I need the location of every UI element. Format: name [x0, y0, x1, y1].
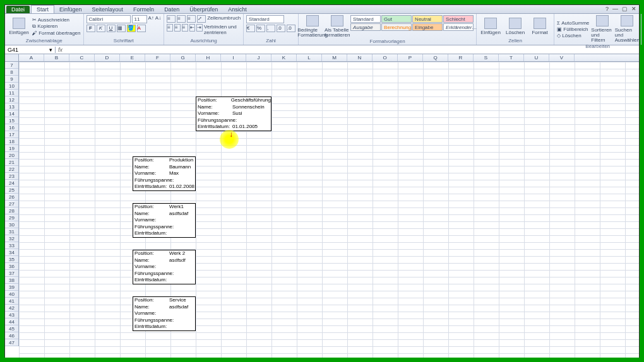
close-icon[interactable]: ✕: [631, 6, 636, 12]
row-header[interactable]: 28: [5, 207, 18, 214]
col-header-J[interactable]: J: [246, 54, 271, 61]
increase-font-icon[interactable]: A↑: [148, 15, 154, 23]
col-header-N[interactable]: N: [347, 54, 373, 61]
row-header[interactable]: 7: [5, 62, 18, 69]
font-size-select[interactable]: 11: [132, 15, 147, 23]
font-color-button[interactable]: A: [137, 25, 146, 32]
row-header[interactable]: 41: [5, 298, 18, 305]
col-header-H[interactable]: H: [196, 54, 221, 61]
format-cells-button[interactable]: Format: [528, 15, 551, 37]
style-erklaerend[interactable]: Erklärender…: [443, 23, 474, 31]
row-header[interactable]: 34: [5, 249, 18, 256]
align-middle-button[interactable]: ≡: [177, 15, 186, 23]
col-header-K[interactable]: K: [271, 54, 297, 61]
row-header[interactable]: 31: [5, 228, 18, 235]
tab-view[interactable]: Ansicht: [223, 6, 252, 13]
row-header[interactable]: 14: [5, 110, 18, 117]
style-neutral[interactable]: Neutral: [412, 15, 443, 23]
col-header-P[interactable]: P: [398, 54, 423, 61]
thousands-button[interactable]: ,: [266, 25, 275, 32]
format-painter-button[interactable]: 🖌 Format übertragen: [32, 30, 81, 36]
org-box-2[interactable]: Position:Werk1Name:asdfsdafVorname:Führu…: [133, 203, 196, 238]
maximize-icon[interactable]: ▢: [622, 6, 628, 12]
tab-data[interactable]: Daten: [159, 6, 184, 13]
col-header-V[interactable]: V: [549, 54, 575, 61]
row-header[interactable]: 42: [5, 305, 18, 312]
style-schlecht[interactable]: Schlecht: [443, 15, 474, 23]
merge-button[interactable]: Verbinden und zentrieren: [204, 24, 241, 35]
tab-formulas[interactable]: Formeln: [128, 6, 159, 13]
col-header-D[interactable]: D: [95, 54, 120, 61]
insert-cells-button[interactable]: Einfügen: [479, 15, 502, 37]
row-header[interactable]: 19: [5, 145, 18, 152]
align-top-button[interactable]: ≡: [167, 15, 176, 23]
row-header[interactable]: 20: [5, 152, 18, 159]
row-header[interactable]: 37: [5, 270, 18, 277]
org-box-0[interactable]: Position:GeschäftsführungName:Sonnensche…: [196, 96, 271, 131]
col-header-B[interactable]: B: [44, 54, 69, 61]
row-header[interactable]: 21: [5, 159, 18, 166]
orientation-button[interactable]: ⤢: [197, 15, 206, 23]
name-box[interactable]: G41▾: [5, 47, 56, 53]
bold-button[interactable]: F: [86, 25, 95, 32]
row-header[interactable]: 26: [5, 194, 18, 201]
cut-button[interactable]: ✂ Ausschneiden: [32, 17, 81, 23]
row-header[interactable]: 44: [5, 318, 18, 325]
row-header[interactable]: 38: [5, 277, 18, 284]
increase-decimal-button[interactable]: .0: [277, 25, 285, 32]
style-ausgabe[interactable]: Ausgabe: [350, 23, 381, 31]
row-header[interactable]: 13: [5, 103, 18, 110]
col-header-L[interactable]: L: [297, 54, 322, 61]
format-as-table-button[interactable]: Als Tabelle formatieren: [326, 15, 349, 38]
row-header[interactable]: 39: [5, 284, 18, 291]
row-header[interactable]: 17: [5, 131, 18, 138]
col-header-U[interactable]: U: [524, 54, 549, 61]
align-right-button[interactable]: ≡: [182, 24, 188, 32]
col-header-T[interactable]: T: [499, 54, 524, 61]
percent-button[interactable]: %: [256, 25, 265, 32]
currency-button[interactable]: €: [246, 25, 255, 32]
org-box-4[interactable]: Position:ServiceName:asdfsdafVorname:Füh…: [133, 296, 196, 331]
align-bottom-button[interactable]: ≡: [187, 15, 196, 23]
row-header[interactable]: 12: [5, 96, 18, 103]
col-header-E[interactable]: E: [120, 54, 145, 61]
row-header[interactable]: 23: [5, 173, 18, 180]
row-header[interactable]: 22: [5, 166, 18, 173]
row-header[interactable]: 32: [5, 235, 18, 242]
col-header-M[interactable]: M: [322, 54, 347, 61]
delete-cells-button[interactable]: Löschen: [504, 15, 527, 37]
underline-button[interactable]: U: [107, 25, 116, 32]
row-header[interactable]: 30: [5, 221, 18, 228]
row-header[interactable]: 8: [5, 69, 18, 76]
clear-button[interactable]: ◇ Löschen: [557, 33, 589, 38]
wrap-text-button[interactable]: Zeilenumbruch: [207, 15, 241, 23]
border-button[interactable]: ▦: [117, 25, 126, 32]
decrease-decimal-button[interactable]: .0: [287, 25, 295, 32]
row-header[interactable]: 18: [5, 138, 18, 145]
tab-review[interactable]: Überprüfen: [184, 6, 223, 13]
row-header[interactable]: 16: [5, 124, 18, 131]
decrease-font-icon[interactable]: A↓: [155, 15, 161, 23]
col-header-S[interactable]: S: [474, 54, 499, 61]
autosum-button[interactable]: Σ AutoSumme: [557, 20, 589, 26]
style-berechnung[interactable]: Berechnung: [381, 23, 412, 31]
tab-start[interactable]: Start: [31, 5, 54, 13]
col-header-I[interactable]: I: [221, 54, 246, 61]
col-header-F[interactable]: F: [145, 54, 170, 61]
row-header[interactable]: 45: [5, 325, 18, 332]
row-header[interactable]: 15: [5, 117, 18, 124]
col-header-A[interactable]: A: [19, 54, 44, 61]
fill-button[interactable]: ▣ Füllbereich: [557, 26, 589, 32]
find-select-button[interactable]: Suchen und Auswählen: [616, 15, 638, 43]
number-format-select[interactable]: Standard: [246, 15, 284, 23]
row-header[interactable]: 43: [5, 312, 18, 318]
row-header[interactable]: 46: [5, 332, 18, 339]
indent-more-button[interactable]: ⇥: [196, 24, 203, 32]
italic-button[interactable]: K: [97, 25, 105, 32]
row-header[interactable]: 11: [5, 90, 18, 96]
tab-insert[interactable]: Einfügen: [54, 6, 87, 13]
col-header-O[interactable]: O: [373, 54, 398, 61]
row-header[interactable]: 33: [5, 242, 18, 249]
worksheet-grid[interactable]: ABCDEFGHIJKLMNOPQRSTUV 78910111213141516…: [5, 54, 639, 358]
row-header[interactable]: 40: [5, 291, 18, 298]
